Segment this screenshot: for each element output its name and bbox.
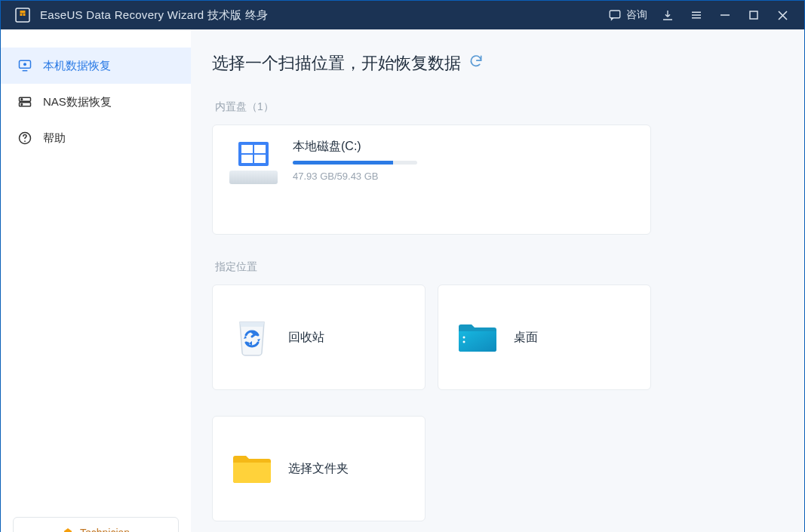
sidebar-item-nas-recovery[interactable]: NAS数据恢复 bbox=[1, 84, 191, 120]
disk-icon bbox=[229, 142, 278, 184]
refresh-icon[interactable] bbox=[469, 54, 484, 73]
sidebar-item-label: NAS数据恢复 bbox=[43, 95, 112, 109]
sidebar-item-help[interactable]: 帮助 bbox=[1, 120, 191, 156]
titlebar: EaseUS Data Recovery Wizard 技术版 终身 咨询 bbox=[1, 1, 804, 29]
monitor-icon bbox=[17, 58, 32, 73]
chat-label: 咨询 bbox=[626, 8, 647, 22]
diamond-icon bbox=[62, 527, 74, 532]
disk-size: 47.93 GB/59.43 GB bbox=[293, 171, 634, 182]
svg-rect-0 bbox=[16, 8, 29, 22]
page-title: 选择一个扫描位置，开始恢复数据 bbox=[212, 52, 782, 75]
location-label: 回收站 bbox=[288, 330, 324, 346]
svg-point-14 bbox=[463, 337, 465, 339]
technician-label: Technician bbox=[80, 527, 130, 532]
svg-rect-3 bbox=[23, 14, 26, 16]
location-label: 桌面 bbox=[514, 330, 538, 346]
sidebar-item-label: 本机数据恢复 bbox=[43, 59, 111, 73]
disk-card-c[interactable]: 本地磁盘(C:) 47.93 GB/59.43 GB bbox=[212, 125, 651, 235]
app-title: EaseUS Data Recovery Wizard 技术版 终身 bbox=[40, 8, 269, 23]
technician-badge[interactable]: Technician bbox=[13, 517, 179, 532]
app-logo-icon bbox=[14, 7, 31, 23]
svg-rect-5 bbox=[750, 11, 757, 19]
folder-icon bbox=[231, 447, 273, 490]
svg-rect-1 bbox=[20, 11, 26, 14]
svg-point-13 bbox=[24, 140, 26, 142]
chat-button[interactable]: 咨询 bbox=[602, 8, 653, 22]
svg-rect-4 bbox=[610, 11, 620, 18]
main-content: 选择一个扫描位置，开始恢复数据 内置盘（1） 本地磁盘(C:) bbox=[191, 29, 804, 532]
svg-point-7 bbox=[23, 63, 26, 66]
help-icon bbox=[17, 131, 32, 146]
section-locations: 指定位置 bbox=[215, 260, 782, 274]
location-recycle-bin[interactable]: 回收站 bbox=[212, 284, 426, 390]
nas-icon bbox=[17, 94, 32, 109]
svg-point-10 bbox=[21, 99, 23, 100]
svg-rect-2 bbox=[20, 14, 23, 16]
menu-button[interactable] bbox=[682, 1, 711, 29]
sidebar-item-local-recovery[interactable]: 本机数据恢复 bbox=[1, 48, 191, 84]
sidebar-item-label: 帮助 bbox=[43, 131, 66, 146]
download-button[interactable] bbox=[653, 1, 682, 29]
location-label: 选择文件夹 bbox=[288, 461, 349, 477]
location-select-folder[interactable]: 选择文件夹 bbox=[212, 416, 426, 521]
sidebar: 本机数据恢复 NAS数据恢复 帮助 Technician bbox=[1, 29, 191, 532]
svg-point-11 bbox=[21, 104, 23, 106]
svg-point-15 bbox=[463, 341, 465, 343]
close-button[interactable] bbox=[768, 1, 797, 29]
section-internal-disks: 内置盘（1） bbox=[215, 100, 782, 114]
recycle-bin-icon bbox=[231, 316, 273, 358]
disk-name: 本地磁盘(C:) bbox=[293, 139, 634, 155]
maximize-button[interactable] bbox=[739, 1, 768, 29]
location-desktop[interactable]: 桌面 bbox=[438, 284, 651, 390]
minimize-button[interactable] bbox=[711, 1, 739, 29]
disk-usage-bar bbox=[293, 161, 417, 165]
desktop-folder-icon bbox=[456, 316, 499, 358]
